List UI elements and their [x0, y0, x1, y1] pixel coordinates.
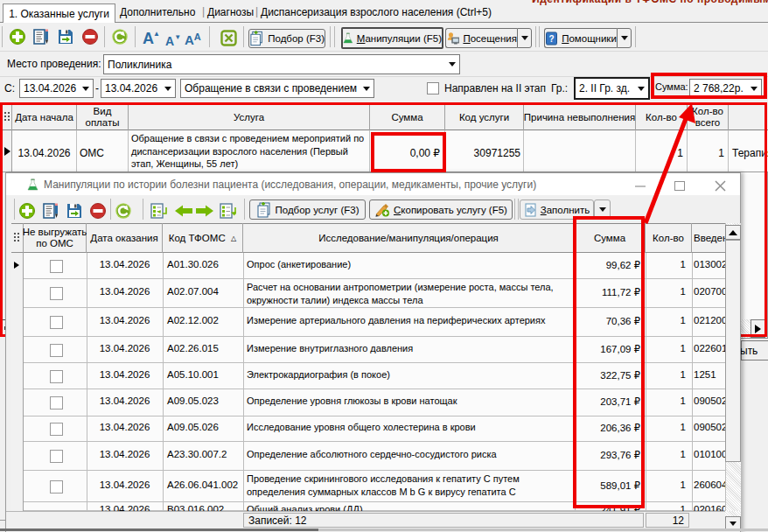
svg-text:?: ?: [549, 34, 555, 44]
